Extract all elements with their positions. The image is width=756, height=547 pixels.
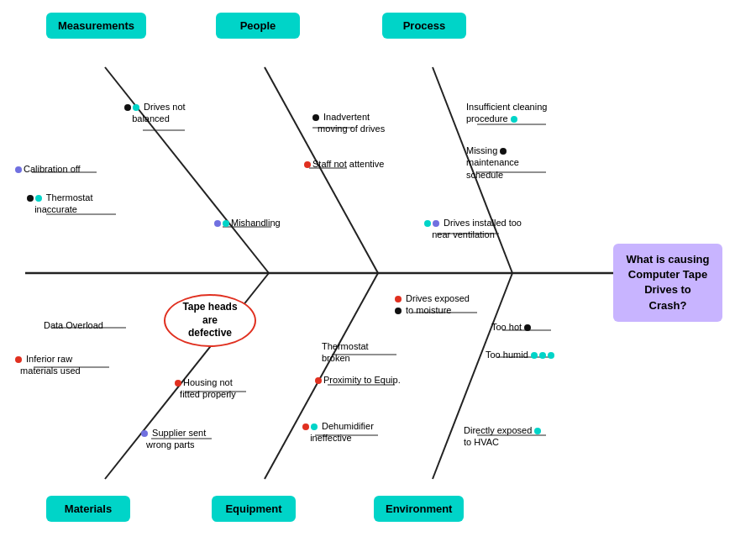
dot bbox=[500, 148, 507, 155]
dot bbox=[395, 296, 402, 302]
cause-thermostat-broken: Thermostatbroken bbox=[322, 340, 369, 365]
dot bbox=[433, 220, 439, 227]
effect-label: What is causing Computer Tape Drives to … bbox=[627, 253, 710, 312]
dot bbox=[214, 220, 221, 227]
category-environment: Environment bbox=[374, 496, 464, 522]
dot bbox=[534, 428, 541, 434]
dot bbox=[35, 195, 42, 202]
effect-box: What is causing Computer Tape Drives to … bbox=[613, 244, 722, 322]
dot bbox=[124, 104, 131, 111]
cause-dehumidifier: Dehumidifier ineffective bbox=[302, 420, 374, 444]
dot bbox=[175, 380, 181, 387]
cause-inferior-raw-materials: Inferior raw materials used bbox=[15, 353, 81, 377]
dot bbox=[312, 114, 319, 121]
dot bbox=[511, 116, 517, 123]
cause-proximity-equip: Proximity to Equip. bbox=[315, 374, 401, 386]
cause-drives-near-ventilation: Drives installed too near ventilation bbox=[424, 217, 522, 241]
cause-drives-not-balanced: Drives not balanced bbox=[124, 101, 186, 125]
fishbone-diagram: Measurements People Process Materials Eq… bbox=[0, 0, 756, 547]
dot bbox=[311, 423, 318, 430]
dot bbox=[302, 423, 309, 430]
cause-staff-not-attentive: Staff not attentive bbox=[304, 158, 384, 170]
dot bbox=[548, 352, 554, 359]
cause-directly-exposed-hvac: Directly exposed to HVAC bbox=[464, 424, 543, 449]
cause-mishandling: Mishandling bbox=[214, 217, 281, 229]
cause-insufficient-cleaning: Insufficient cleaningprocedure bbox=[466, 101, 547, 125]
cause-too-hot: Too hot bbox=[491, 321, 533, 333]
svg-line-2 bbox=[265, 67, 378, 273]
dot bbox=[315, 377, 322, 384]
cause-too-humid: Too humid bbox=[486, 349, 556, 360]
category-people: People bbox=[216, 13, 300, 39]
dot bbox=[395, 308, 402, 314]
dot bbox=[424, 220, 431, 227]
dot bbox=[15, 356, 22, 363]
central-cause-label: Tape heads aredefective bbox=[182, 301, 237, 339]
cause-data-overload: Data Overload bbox=[44, 319, 103, 331]
dot bbox=[304, 161, 311, 168]
dot bbox=[531, 352, 538, 359]
cause-drives-exposed-moisture: Drives exposed to moisture bbox=[395, 292, 470, 317]
category-process: Process bbox=[382, 13, 466, 39]
svg-line-1 bbox=[105, 67, 269, 273]
cause-calibration-off: Calibration off bbox=[15, 163, 81, 175]
dot bbox=[539, 352, 546, 359]
cause-missing-maintenance: Missing maintenanceschedule bbox=[466, 145, 519, 181]
cause-inadvertent-moving: Inadvertent moving of drives bbox=[312, 111, 385, 135]
cause-supplier-wrong-parts: Supplier sent wrong parts bbox=[141, 427, 206, 451]
cause-thermostat-inaccurate: Thermostat inaccurate bbox=[27, 192, 93, 216]
category-materials: Materials bbox=[46, 496, 130, 522]
dot bbox=[141, 430, 148, 437]
category-equipment: Equipment bbox=[212, 496, 296, 522]
dot bbox=[524, 324, 531, 331]
cause-housing-not-fitted: Housing not fitted properly bbox=[175, 376, 236, 401]
category-measurements: Measurements bbox=[46, 13, 146, 39]
dot bbox=[223, 220, 229, 227]
dot bbox=[27, 195, 34, 202]
dot bbox=[133, 104, 139, 111]
dot bbox=[15, 166, 22, 173]
central-cause: Tape heads aredefective bbox=[164, 294, 256, 347]
